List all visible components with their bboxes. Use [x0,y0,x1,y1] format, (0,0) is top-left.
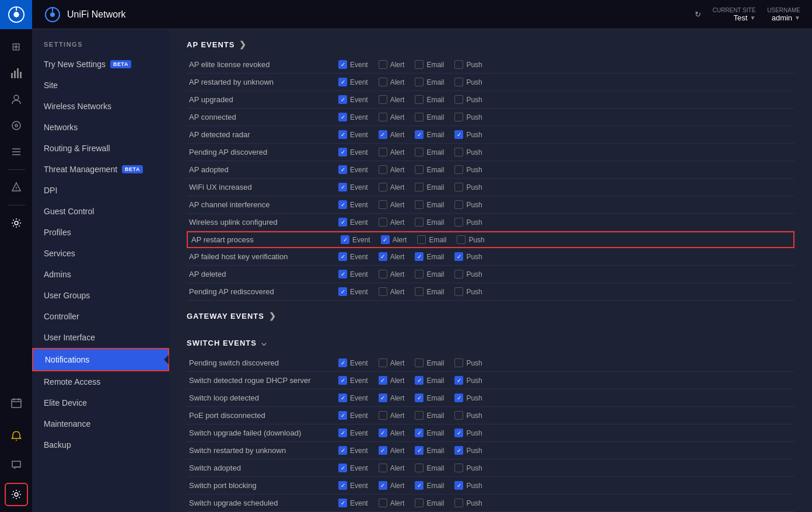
check-group-email-ap-connected[interactable]: Email [415,113,444,121]
checkbox-event-pending-ap-rediscovered[interactable] [338,287,347,296]
nav-chat[interactable] [5,454,28,477]
checkbox-email-switch-upgrade-scheduled[interactable] [415,499,424,507]
checkbox-alert-wireless-uplink-configured[interactable] [379,218,387,227]
check-group-push-switch-upgrade-failed[interactable]: Push [454,429,482,437]
checkbox-alert-switch-loop-detected[interactable] [379,393,387,402]
checkbox-push-pending-ap-discovered[interactable] [454,148,463,156]
checkbox-event-pending-switch-discovered[interactable] [338,358,347,367]
check-group-push-wifi-ux-increased[interactable]: Push [454,183,482,191]
checkbox-email-ap-restart-process[interactable] [417,235,426,244]
sidebar-item-backup[interactable]: Backup [32,434,169,455]
check-group-event-ap-channel-interference[interactable]: Event [338,200,368,209]
check-group-email-wireless-uplink-configured[interactable]: Email [415,218,444,227]
check-group-email-switch-upgrade-failed[interactable]: Email [415,429,444,437]
checkbox-email-wireless-uplink-configured[interactable] [415,218,424,227]
checkbox-email-wifi-ux-increased[interactable] [415,183,424,191]
checkbox-alert-ap-restarted-unknown[interactable] [379,78,387,86]
sidebar-item-try-new[interactable]: Try New SettingsBETA [32,54,169,75]
checkbox-alert-switch-restarted-unknown[interactable] [379,446,387,455]
checkbox-event-wireless-uplink-configured[interactable] [338,218,347,227]
check-group-push-ap-channel-interference[interactable]: Push [454,200,482,209]
check-group-push-switch-loop-detected[interactable]: Push [454,393,482,402]
check-group-email-switch-adopted[interactable]: Email [415,464,444,472]
switch-events-header[interactable]: SWITCH EVENTS ⌵ [187,328,794,354]
checkbox-email-pending-ap-rediscovered[interactable] [415,287,424,296]
check-group-alert-ap-failed-host-key[interactable]: Alert [379,252,405,261]
check-group-event-switch-rogue-dhcp[interactable]: Event [338,376,368,385]
checkbox-event-switch-rogue-dhcp[interactable] [338,376,347,385]
check-group-email-ap-failed-host-key[interactable]: Email [415,252,444,261]
checkbox-event-ap-deleted[interactable] [338,270,347,278]
sidebar-item-site[interactable]: Site [32,75,169,96]
check-group-push-switch-port-blocking[interactable]: Push [454,481,482,490]
check-group-push-pending-switch-discovered[interactable]: Push [454,358,482,367]
checkbox-push-ap-detected-radar[interactable] [454,130,463,139]
checkbox-alert-switch-upgrade-scheduled[interactable] [379,499,387,507]
check-group-alert-ap-adopted[interactable]: Alert [379,165,405,174]
check-group-push-ap-restarted-unknown[interactable]: Push [454,78,482,86]
checkbox-push-ap-upgraded[interactable] [454,95,463,104]
check-group-email-poe-port-disconnected[interactable]: Email [415,411,444,420]
sidebar-item-elite-device[interactable]: Elite Device [32,392,169,413]
check-group-push-switch-restarted-unknown[interactable]: Push [454,446,482,455]
refresh-button[interactable]: ↻ [695,10,701,19]
check-group-push-switch-rogue-dhcp[interactable]: Push [454,376,482,385]
site-value[interactable]: Test ▼ [734,13,756,22]
checkbox-push-switch-loop-detected[interactable] [454,393,463,402]
check-group-push-ap-connected[interactable]: Push [454,113,482,121]
check-group-event-switch-upgrade-failed[interactable]: Event [338,429,368,437]
check-group-event-ap-adopted[interactable]: Event [338,165,368,174]
check-group-email-ap-restart-process[interactable]: Email [417,235,446,244]
checkbox-push-ap-restart-process[interactable] [457,235,466,244]
check-group-alert-ap-restarted-unknown[interactable]: Alert [379,78,405,86]
checkbox-push-wifi-ux-increased[interactable] [454,183,463,191]
checkbox-email-ap-upgraded[interactable] [415,95,424,104]
checkbox-push-ap-channel-interference[interactable] [454,200,463,209]
checkbox-event-ap-channel-interference[interactable] [338,200,347,209]
checkbox-push-switch-upgrade-scheduled[interactable] [454,499,463,507]
check-group-event-ap-elite-revoked[interactable]: Event [338,60,368,69]
check-group-email-ap-upgraded[interactable]: Email [415,95,444,104]
checkbox-event-poe-port-disconnected[interactable] [338,411,347,420]
check-group-event-wifi-ux-increased[interactable]: Event [338,183,368,191]
checkbox-push-ap-adopted[interactable] [454,165,463,174]
sidebar-item-services[interactable]: Services [32,243,169,264]
ap-events-header[interactable]: AP EVENTS ❯ [187,29,794,56]
check-group-event-wireless-uplink-configured[interactable]: Event [338,218,368,227]
check-group-event-poe-port-disconnected[interactable]: Event [338,411,368,420]
sidebar-item-user-groups[interactable]: User Groups [32,285,169,306]
check-group-event-switch-restarted-unknown[interactable]: Event [338,446,368,455]
sidebar-item-routing[interactable]: Routing & Firewall [32,138,169,159]
checkbox-email-switch-upgrade-failed[interactable] [415,429,424,437]
checkbox-alert-pending-ap-rediscovered[interactable] [379,287,387,296]
check-group-push-pending-ap-discovered[interactable]: Push [454,148,482,156]
checkbox-email-ap-connected[interactable] [415,113,424,121]
check-group-email-ap-channel-interference[interactable]: Email [415,200,444,209]
check-group-email-switch-upgrade-scheduled[interactable]: Email [415,499,444,507]
checkbox-push-ap-deleted[interactable] [454,270,463,278]
checkbox-alert-ap-failed-host-key[interactable] [379,252,387,261]
checkbox-event-switch-adopted[interactable] [338,464,347,472]
checkbox-alert-switch-adopted[interactable] [379,464,387,472]
check-group-alert-ap-elite-revoked[interactable]: Alert [379,60,405,69]
check-group-push-poe-port-disconnected[interactable]: Push [454,411,482,420]
checkbox-alert-pending-switch-discovered[interactable] [379,358,387,367]
check-group-alert-pending-ap-rediscovered[interactable]: Alert [379,287,405,296]
check-group-push-switch-adopted[interactable]: Push [454,464,482,472]
checkbox-email-ap-restarted-unknown[interactable] [415,78,424,86]
sidebar-item-networks[interactable]: Networks [32,117,169,138]
checkbox-push-pending-ap-rediscovered[interactable] [454,287,463,296]
nav-calendar[interactable] [5,395,28,419]
check-group-alert-pending-switch-discovered[interactable]: Alert [379,358,405,367]
check-group-event-ap-restart-process[interactable]: Event [341,235,370,244]
checkbox-event-switch-upgrade-scheduled[interactable] [338,499,347,507]
checkbox-email-ap-failed-host-key[interactable] [415,252,424,261]
checkbox-alert-ap-adopted[interactable] [379,165,387,174]
checkbox-alert-ap-upgraded[interactable] [379,95,387,104]
check-group-event-switch-adopted[interactable]: Event [338,464,368,472]
checkbox-alert-ap-channel-interference[interactable] [379,200,387,209]
check-group-event-ap-detected-radar[interactable]: Event [338,130,368,139]
checkbox-event-ap-upgraded[interactable] [338,95,347,104]
check-group-alert-ap-upgraded[interactable]: Alert [379,95,405,104]
check-group-alert-ap-channel-interference[interactable]: Alert [379,200,405,209]
